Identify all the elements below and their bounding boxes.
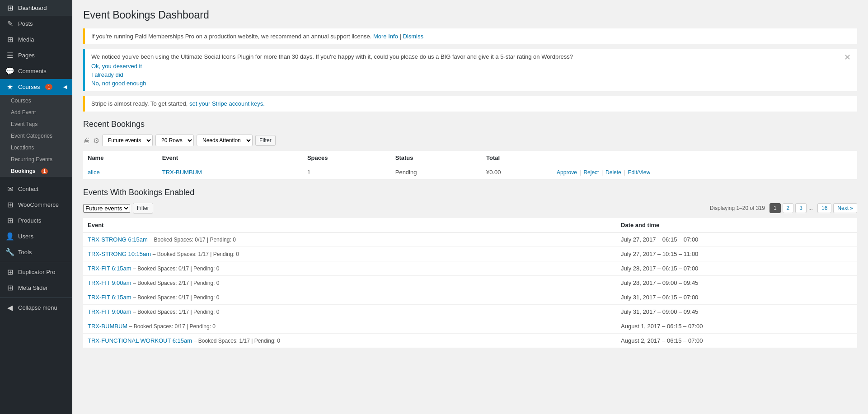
sidebar-item-label: Pages xyxy=(18,52,35,59)
pagination: Displaying 1–20 of 319 1 2 3 ... 16 Next… xyxy=(710,203,857,213)
sidebar-item-event-tags[interactable]: Event Tags xyxy=(0,118,72,130)
event-row: TRX-STRONG 10:15am – Booked Spaces: 1/17… xyxy=(83,247,857,261)
sidebar-item-contact[interactable]: ✉ Contact xyxy=(0,181,72,197)
ok-deserved-link[interactable]: Ok, you deserved it xyxy=(91,63,851,70)
sidebar-item-posts[interactable]: ✎ Posts xyxy=(0,16,72,32)
sidebar-item-courses-sub[interactable]: Courses xyxy=(0,95,72,107)
delete-link[interactable]: Delete xyxy=(605,169,621,176)
products-icon: ⊞ xyxy=(5,216,14,225)
page-btn-1[interactable]: 1 xyxy=(769,203,781,213)
social-plugin-text: We noticed you've been using the Ultimat… xyxy=(91,53,573,60)
media-icon: ⊞ xyxy=(5,35,14,44)
sidebar-item-locations[interactable]: Locations xyxy=(0,142,72,154)
sidebar-submenu-label: Recurring Events xyxy=(11,156,52,163)
event-link[interactable]: TRX-FUNCTIONAL WORKOUT 6:15am xyxy=(88,337,192,344)
event-cell: TRX-STRONG 6:15am – Booked Spaces: 0/17 … xyxy=(83,233,616,247)
event-link[interactable]: TRX-FIT 6:15am xyxy=(88,265,131,272)
event-link[interactable]: TRX-STRONG 6:15am xyxy=(88,236,148,243)
future-events-select[interactable]: Future events Past events All events xyxy=(102,135,153,146)
booking-spaces: 1 xyxy=(303,165,391,180)
recent-bookings-toolbar: 🖨 ⚙ Future events Past events All events… xyxy=(83,135,857,146)
col-event-name: Event xyxy=(83,218,616,233)
sidebar-item-label: Media xyxy=(18,36,34,43)
sidebar-item-add-event[interactable]: Add Event xyxy=(0,107,72,118)
event-link[interactable]: TRX-FIT 6:15am xyxy=(88,294,131,301)
event-date: July 27, 2017 – 10:15 – 11:00 xyxy=(616,247,857,261)
recent-bookings-title: Recent Bookings xyxy=(83,120,857,129)
sidebar-submenu-label: Event Categories xyxy=(11,133,52,139)
booking-name-link[interactable]: alice xyxy=(88,169,100,176)
event-row: TRX-FIT 6:15am – Booked Spaces: 0/17 | P… xyxy=(83,261,857,276)
event-date: July 28, 2017 – 06:15 – 07:00 xyxy=(616,261,857,276)
courses-submenu: Courses Add Event Event Tags Event Categ… xyxy=(0,95,72,177)
next-btn[interactable]: Next » xyxy=(833,203,857,213)
not-good-enough-link[interactable]: No, not good enough xyxy=(91,80,851,87)
rows-select[interactable]: 20 Rows 10 Rows 50 Rows xyxy=(155,135,194,146)
table-row: alice TRX-BUMBUM 1 Pending ¥0.00 Approve… xyxy=(83,165,857,180)
event-link[interactable]: TRX-FIT 9:00am xyxy=(88,308,131,315)
stripe-notice: Stripe is almost ready. To get started, … xyxy=(83,96,857,112)
events-filter-select[interactable]: Future events Past events All events xyxy=(83,204,130,213)
event-link[interactable]: TRX-FIT 9:00am xyxy=(88,279,131,286)
events-filter-btn[interactable]: Filter xyxy=(133,203,153,214)
sidebar-item-pages[interactable]: ☰ Pages xyxy=(0,47,72,63)
approve-link[interactable]: Approve xyxy=(557,169,577,176)
print-icon[interactable]: 🖨 xyxy=(83,136,90,144)
booking-event-link[interactable]: TRX-BUMBUM xyxy=(162,169,202,176)
booking-status: Pending xyxy=(391,165,482,180)
events-bookings-toolbar: Future events Past events All events Fil… xyxy=(83,203,857,214)
sidebar-item-dashboard[interactable]: ⊞ Dashboard xyxy=(0,0,72,16)
event-cell: TRX-FIT 6:15am – Booked Spaces: 0/17 | P… xyxy=(83,261,616,276)
page-btn-16[interactable]: 16 xyxy=(817,203,831,213)
booked-info: – Booked Spaces: 2/17 | Pending: 0 xyxy=(133,280,219,286)
event-row: TRX-FIT 6:15am – Booked Spaces: 0/17 | P… xyxy=(83,290,857,305)
event-row: TRX-BUMBUM – Booked Spaces: 0/17 | Pendi… xyxy=(83,319,857,334)
bookings-badge: 1 xyxy=(41,168,48,174)
event-link[interactable]: TRX-BUMBUM xyxy=(88,323,127,330)
ellipsis: ... xyxy=(808,205,813,211)
event-cell: TRX-FIT 9:00am – Booked Spaces: 2/17 | P… xyxy=(83,276,616,290)
booking-actions: Approve | Reject | Delete | Edit/View xyxy=(552,165,857,180)
sidebar-item-meta-slider[interactable]: ⊞ Meta Slider xyxy=(0,280,72,296)
event-date: July 31, 2017 – 06:15 – 07:00 xyxy=(616,290,857,305)
pages-icon: ☰ xyxy=(5,51,14,60)
events-bookings-title: Events With Bookings Enabled xyxy=(83,188,857,197)
recent-bookings-table: Name Event Spaces Status Total alice TRX… xyxy=(83,151,857,180)
sidebar-item-label: Courses xyxy=(18,84,40,90)
page-btn-2[interactable]: 2 xyxy=(783,203,794,213)
edit-view-link[interactable]: Edit/View xyxy=(628,169,650,176)
sidebar-item-comments[interactable]: 💬 Comments xyxy=(0,63,72,79)
recent-bookings-filter-btn[interactable]: Filter xyxy=(255,135,276,146)
sidebar-item-label: Comments xyxy=(18,68,47,74)
booking-event: TRX-BUMBUM xyxy=(158,165,303,180)
dismiss-link[interactable]: Dismiss xyxy=(403,33,424,40)
sidebar-item-event-categories[interactable]: Event Categories xyxy=(0,130,72,142)
sidebar-item-collapse-menu[interactable]: ◀ Collapse menu xyxy=(0,300,72,316)
booking-name: alice xyxy=(83,165,158,180)
page-btn-3[interactable]: 3 xyxy=(795,203,807,213)
status-select[interactable]: Needs Attention Approved Pending All xyxy=(197,135,253,146)
already-did-link[interactable]: I already did xyxy=(91,71,851,78)
event-cell: TRX-FUNCTIONAL WORKOUT 6:15am – Booked S… xyxy=(83,334,616,348)
sidebar-item-recurring-events[interactable]: Recurring Events xyxy=(0,154,72,165)
booked-info: – Booked Spaces: 0/17 | Pending: 0 xyxy=(133,294,219,301)
col-spaces: Spaces xyxy=(303,151,391,165)
sidebar-item-woocommerce[interactable]: ⊞ WooCommerce xyxy=(0,197,72,213)
event-row: TRX-FIT 9:00am – Booked Spaces: 2/17 | P… xyxy=(83,276,857,290)
reject-link[interactable]: Reject xyxy=(583,169,599,176)
stripe-link[interactable]: set your Stripe account keys. xyxy=(189,100,265,107)
sidebar-item-products[interactable]: ⊞ Products xyxy=(0,213,72,228)
booking-total: ¥0.00 xyxy=(482,165,552,180)
settings-icon[interactable]: ⚙ xyxy=(93,136,99,145)
meta-slider-icon: ⊞ xyxy=(5,284,14,292)
notice-close-icon[interactable]: ✕ xyxy=(844,53,851,61)
sidebar-item-duplicator-pro[interactable]: ⊞ Duplicator Pro xyxy=(0,264,72,280)
sidebar-item-users[interactable]: 👤 Users xyxy=(0,228,72,244)
more-info-link[interactable]: More Info xyxy=(373,33,398,40)
sidebar-item-media[interactable]: ⊞ Media xyxy=(0,32,72,47)
sidebar-item-courses[interactable]: ★ Courses 1 ◀ xyxy=(0,79,72,95)
booked-info: – Booked Spaces: 1/17 | Pending: 0 xyxy=(194,338,280,344)
sidebar-item-bookings[interactable]: Bookings 1 xyxy=(0,165,72,177)
event-link[interactable]: TRX-STRONG 10:15am xyxy=(88,251,151,257)
sidebar-item-tools[interactable]: 🔧 Tools xyxy=(0,244,72,260)
